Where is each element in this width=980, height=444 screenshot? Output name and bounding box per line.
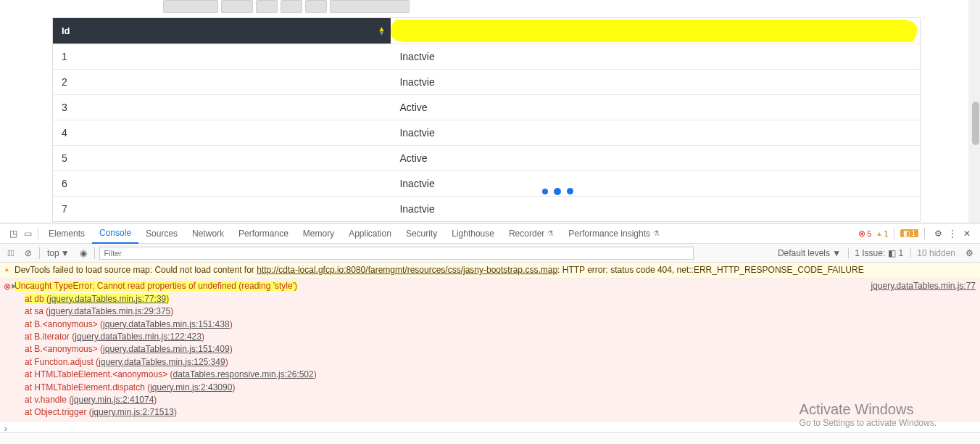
- tab-elements[interactable]: Elements: [41, 223, 92, 244]
- stack-link[interactable]: jquery.dataTables.min.js:151:438: [103, 319, 230, 329]
- expand-icon[interactable]: ▶: [12, 281, 17, 291]
- stack-link[interactable]: jquery.dataTables.min.js:151:409: [103, 344, 230, 354]
- tab-performance-insights[interactable]: Performance insights⚗: [561, 223, 667, 244]
- chevron-down-icon: ▼: [61, 248, 70, 258]
- tab-lighthouse[interactable]: Lighthouse: [444, 223, 502, 244]
- error-message-text: Uncaught TypeError: Cannot read properti…: [14, 281, 297, 291]
- kebab-icon[interactable]: ⋮: [945, 229, 960, 239]
- column-header-status[interactable]: [391, 18, 920, 44]
- sort-icon: ▲▼: [378, 27, 386, 36]
- flask-icon: ⚗: [547, 229, 554, 237]
- cell-status: Inactvie: [391, 44, 920, 70]
- table-header-row: Id ▲▼: [53, 18, 920, 44]
- cell-status: Inactvie: [391, 120, 920, 146]
- column-header-label: Id: [62, 25, 70, 36]
- cell-id: 2: [53, 70, 391, 95]
- tab-recorder[interactable]: Recorder⚗: [502, 223, 561, 244]
- inspect-icon[interactable]: ◳: [6, 229, 20, 239]
- toolbar-button[interactable]: [221, 0, 253, 13]
- toolbar-stub: [163, 0, 410, 16]
- tab-performance[interactable]: Performance: [231, 223, 296, 244]
- sidebar-toggle-icon[interactable]: ▶⃞: [4, 248, 17, 258]
- page-content: Id ▲▼ 1Inactvie 2Inactvie 3Active 4Inact…: [0, 0, 980, 223]
- cell-id: 1: [53, 44, 391, 70]
- stack-trace: at db (jquery.dataTables.min.js:77:39) a…: [25, 293, 976, 419]
- table-row: 7Inactvie: [53, 197, 920, 222]
- log-levels-selector[interactable]: Default levels ▼: [778, 248, 841, 258]
- cell-id: 6: [53, 171, 391, 197]
- stack-link[interactable]: jquery.dataTables.min.js:29:375: [49, 306, 170, 316]
- cell-status: Active: [391, 146, 920, 171]
- gear-icon[interactable]: ⚙: [963, 248, 976, 258]
- table-row: 6Inactvie: [53, 171, 920, 197]
- divider: [38, 228, 38, 239]
- table-row: 2Inactvie: [53, 70, 920, 95]
- filter-input[interactable]: [99, 247, 694, 260]
- device-toggle-icon[interactable]: ▭: [20, 229, 35, 239]
- divider: [39, 247, 40, 259]
- close-icon[interactable]: ✕: [960, 229, 974, 239]
- bottom-bar: [0, 432, 980, 444]
- toolbar-button[interactable]: [305, 0, 327, 13]
- stack-link[interactable]: jquery.min.js:2:41074: [72, 395, 154, 405]
- cell-id: 4: [53, 120, 391, 146]
- scroll-thumb[interactable]: [972, 102, 979, 145]
- eye-icon[interactable]: ◉: [77, 248, 90, 258]
- flask-icon: ⚗: [653, 229, 660, 237]
- stack-link[interactable]: jquery.dataTables.min.js:125:349: [99, 357, 225, 367]
- hidden-count: 10 hidden: [910, 248, 955, 258]
- tab-console[interactable]: Console: [92, 223, 138, 244]
- cell-status: Inactvie: [391, 70, 920, 95]
- divider: [894, 228, 894, 239]
- column-header-id[interactable]: Id ▲▼: [53, 18, 391, 44]
- toolbar-button[interactable]: [330, 0, 410, 13]
- stack-link[interactable]: jquery.min.js:2:43090: [150, 382, 232, 392]
- tab-memory[interactable]: Memory: [296, 223, 341, 244]
- table-row: 5Active: [53, 146, 920, 171]
- cell-status: Inactvie: [391, 197, 920, 222]
- clear-console-icon[interactable]: ⊘: [22, 248, 35, 258]
- tab-application[interactable]: Application: [341, 223, 399, 244]
- stack-link[interactable]: jquery.min.js:2:71513: [92, 407, 174, 417]
- source-link[interactable]: jquery.dataTables.min.js:77: [871, 280, 976, 292]
- highlight-annotation: [391, 20, 917, 42]
- chevron-down-icon: ▼: [832, 248, 841, 258]
- context-selector[interactable]: top ▼: [44, 248, 72, 258]
- table-row: 1Inactvie: [53, 44, 920, 70]
- loading-indicator: [542, 188, 573, 195]
- data-table: Id ▲▼ 1Inactvie 2Inactvie 3Active 4Inact…: [52, 17, 921, 222]
- toolbar-button[interactable]: [163, 0, 218, 13]
- console-output: DevTools failed to load source map: Coul…: [0, 263, 980, 432]
- stack-link[interactable]: jquery.dataTables.min.js:122:423: [75, 332, 202, 342]
- console-warning: DevTools failed to load source map: Coul…: [0, 263, 980, 279]
- gear-icon[interactable]: ⚙: [931, 229, 945, 239]
- tab-sources[interactable]: Sources: [138, 223, 185, 244]
- issues-count-badge[interactable]: ◧ 1: [900, 229, 918, 237]
- console-toolbar: ▶⃞ ⊘ top ▼ ◉ Default levels ▼ 1 Issue: ◧…: [0, 244, 980, 263]
- toolbar-button[interactable]: [256, 0, 278, 13]
- console-error: ▶ jquery.dataTables.min.js:77 Uncaught T…: [0, 279, 980, 421]
- issues-badge: ◧ 1: [888, 248, 903, 258]
- source-map-url-link[interactable]: http://cdta-local.gfcp.io:8080/faremgmt/…: [257, 265, 557, 275]
- tab-security[interactable]: Security: [399, 223, 444, 244]
- issues-indicator[interactable]: 1 Issue: ◧ 1: [848, 248, 903, 258]
- divider: [94, 247, 95, 259]
- warning-count-badge[interactable]: 1: [876, 229, 888, 238]
- stack-link[interactable]: dataTables.responsive.min.js:26:502: [173, 369, 314, 379]
- devtools-tabbar: ◳ ▭ Elements Console Sources Network Per…: [0, 223, 980, 244]
- devtools-panel: ◳ ▭ Elements Console Sources Network Per…: [0, 223, 980, 432]
- cell-status: Inactvie: [391, 171, 920, 197]
- divider: [924, 228, 925, 239]
- error-count-badge[interactable]: 5: [858, 229, 871, 239]
- cell-id: 5: [53, 146, 391, 171]
- table-row: 3Active: [53, 95, 920, 120]
- toolbar-button[interactable]: [281, 0, 302, 13]
- cell-id: 3: [53, 95, 391, 120]
- cell-status: Active: [391, 95, 920, 120]
- table-row: 4Inactvie: [53, 120, 920, 146]
- page-scrollbar[interactable]: [968, 0, 980, 223]
- console-prompt[interactable]: ›: [0, 422, 980, 432]
- stack-link[interactable]: jquery.dataTables.min.js:77:39: [49, 294, 166, 304]
- cell-id: 7: [53, 197, 391, 222]
- tab-network[interactable]: Network: [185, 223, 231, 244]
